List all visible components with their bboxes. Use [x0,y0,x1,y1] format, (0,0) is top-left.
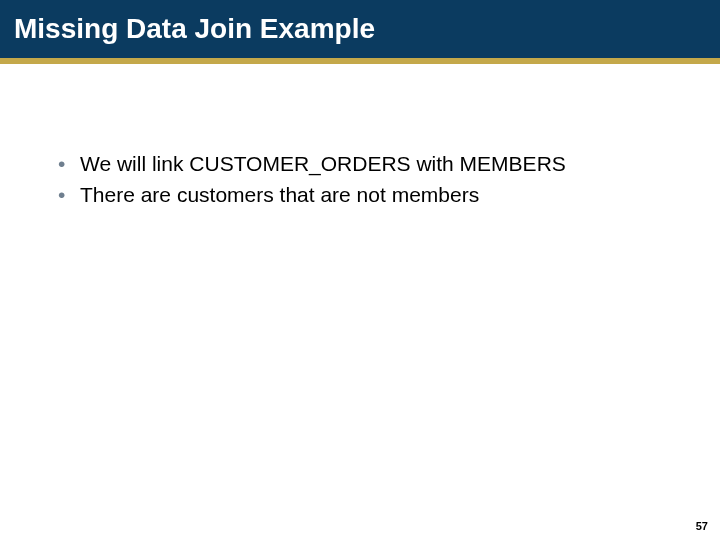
content-area: We will link CUSTOMER_ORDERS with MEMBER… [52,150,660,213]
title-band: Missing Data Join Example [0,0,720,64]
slide-title: Missing Data Join Example [14,13,375,45]
bullet-list: We will link CUSTOMER_ORDERS with MEMBER… [52,150,660,209]
list-item: We will link CUSTOMER_ORDERS with MEMBER… [52,150,660,177]
slide: Missing Data Join Example We will link C… [0,0,720,540]
list-item: There are customers that are not members [52,181,660,208]
page-number: 57 [696,520,708,532]
